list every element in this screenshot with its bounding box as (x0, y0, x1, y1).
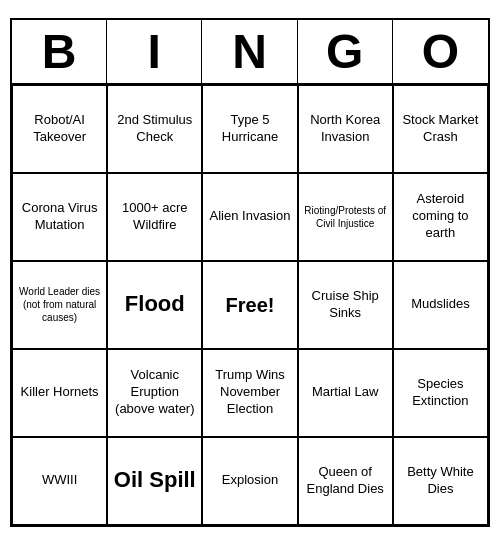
bingo-cell-7: Alien Invasion (202, 173, 297, 261)
bingo-cell-0: Robot/AI Takeover (12, 85, 107, 173)
bingo-cell-24: Betty White Dies (393, 437, 488, 525)
bingo-cell-12: Free! (202, 261, 297, 349)
bingo-letter-o: O (393, 20, 488, 83)
bingo-cell-21: Oil Spill (107, 437, 202, 525)
bingo-cell-23: Queen of England Dies (298, 437, 393, 525)
bingo-cell-13: Cruise Ship Sinks (298, 261, 393, 349)
bingo-letter-b: B (12, 20, 107, 83)
bingo-header: BINGO (12, 20, 488, 85)
bingo-cell-16: Volcanic Eruption (above water) (107, 349, 202, 437)
bingo-cell-15: Killer Hornets (12, 349, 107, 437)
bingo-cell-22: Explosion (202, 437, 297, 525)
bingo-cell-18: Martial Law (298, 349, 393, 437)
bingo-card: BINGO Robot/AI Takeover2nd Stimulus Chec… (10, 18, 490, 527)
bingo-letter-n: N (202, 20, 297, 83)
bingo-cell-14: Mudslides (393, 261, 488, 349)
bingo-cell-20: WWIII (12, 437, 107, 525)
bingo-cell-1: 2nd Stimulus Check (107, 85, 202, 173)
bingo-cell-2: Type 5 Hurricane (202, 85, 297, 173)
bingo-grid: Robot/AI Takeover2nd Stimulus CheckType … (12, 85, 488, 525)
bingo-cell-9: Asteroid coming to earth (393, 173, 488, 261)
bingo-letter-g: G (298, 20, 393, 83)
bingo-cell-6: 1000+ acre Wildfire (107, 173, 202, 261)
bingo-cell-5: Corona Virus Mutation (12, 173, 107, 261)
bingo-letter-i: I (107, 20, 202, 83)
bingo-cell-10: World Leader dies (not from natural caus… (12, 261, 107, 349)
bingo-cell-4: Stock Market Crash (393, 85, 488, 173)
bingo-cell-3: North Korea Invasion (298, 85, 393, 173)
bingo-cell-17: Trump Wins November Election (202, 349, 297, 437)
bingo-cell-19: Species Extinction (393, 349, 488, 437)
bingo-cell-8: Rioting/Protests of Civil Injustice (298, 173, 393, 261)
bingo-cell-11: Flood (107, 261, 202, 349)
